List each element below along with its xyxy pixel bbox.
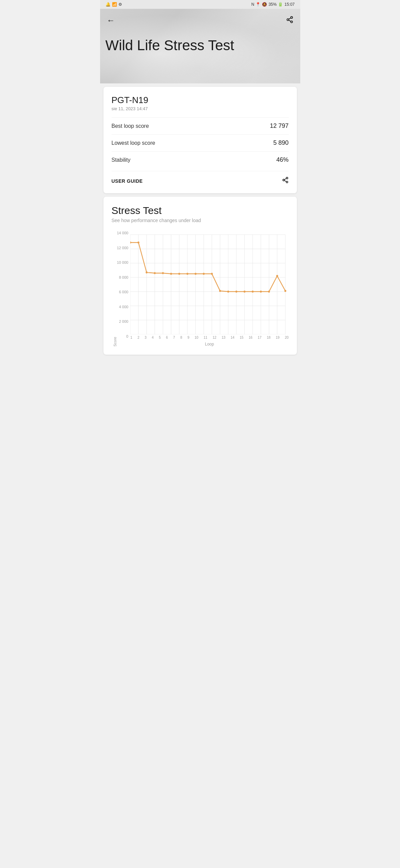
x-tick: 11	[204, 336, 207, 341]
svg-point-41	[154, 272, 156, 274]
y-axis-ticks: 02 0004 0006 0008 00010 00012 00014 000	[117, 231, 131, 347]
best-loop-row: Best loop score 12 797	[112, 117, 289, 134]
y-tick: 12 000	[117, 246, 129, 250]
x-tick: 4	[152, 336, 154, 341]
stress-test-card: Stress Test See how performance changes …	[103, 197, 297, 355]
header-share-button[interactable]	[285, 15, 295, 26]
page-title: Wild Life Stress Test	[106, 37, 295, 54]
y-tick: 4 000	[117, 305, 129, 309]
svg-point-39	[137, 241, 139, 243]
clock: 15:07	[284, 2, 294, 7]
x-tick: 17	[258, 336, 262, 341]
x-tick: 3	[145, 336, 147, 341]
svg-point-46	[195, 273, 197, 275]
user-guide-share-icon[interactable]	[282, 177, 289, 185]
lowest-loop-value: 5 890	[273, 139, 288, 146]
x-tick: 10	[194, 336, 198, 341]
x-tick: 7	[173, 336, 175, 341]
svg-line-8	[284, 180, 286, 181]
x-tick: 20	[285, 336, 288, 341]
x-tick: 18	[267, 336, 270, 341]
x-tick: 6	[166, 336, 168, 341]
svg-line-4	[288, 18, 290, 19]
svg-point-40	[146, 271, 148, 273]
status-left-icons: 🔔 📶 ⚙	[106, 2, 122, 7]
svg-point-42	[162, 272, 164, 274]
chart-line-svg	[130, 231, 288, 334]
svg-point-53	[252, 291, 254, 293]
device-date: sie 11, 2023 14:47	[112, 106, 289, 111]
x-tick: 19	[276, 336, 280, 341]
y-tick: 0	[117, 335, 129, 338]
y-axis-label: Score	[112, 231, 117, 347]
status-bar: 🔔 📶 ⚙ N 📍 🔕 35% 🔋 15:07	[100, 0, 300, 9]
nfc-icon: N	[251, 2, 254, 7]
stress-chart: Score 02 0004 0006 0008 00010 00012 0001…	[112, 231, 289, 347]
x-tick: 12	[213, 336, 216, 341]
silent-icon: 🔕	[262, 2, 267, 7]
location-icon: 📍	[255, 2, 261, 7]
svg-point-56	[276, 275, 278, 277]
y-tick: 14 000	[117, 231, 129, 235]
svg-point-55	[268, 291, 270, 293]
svg-point-50	[227, 291, 229, 293]
result-card: PGT-N19 sie 11, 2023 14:47 Best loop sco…	[103, 87, 297, 193]
svg-line-3	[288, 20, 290, 21]
user-guide-row[interactable]: USER GUIDE	[112, 171, 289, 185]
settings-icon: ⚙	[118, 2, 122, 7]
x-tick: 16	[249, 336, 252, 341]
svg-point-38	[130, 241, 131, 243]
header-nav: ←	[106, 14, 295, 26]
stability-label: Stability	[112, 157, 131, 163]
user-guide-label: USER GUIDE	[112, 178, 143, 184]
y-tick: 2 000	[117, 320, 129, 323]
stress-subtitle: See how performance changes under load	[112, 218, 289, 223]
y-tick: 8 000	[117, 276, 129, 279]
chart-svg-area	[130, 231, 288, 334]
x-tick: 1	[130, 336, 132, 341]
x-tick: 13	[222, 336, 225, 341]
svg-point-51	[235, 291, 237, 293]
x-axis-label: Loop	[130, 342, 288, 347]
svg-point-52	[244, 291, 246, 293]
x-axis-labels: 1234567891011121314151617181920	[130, 334, 288, 341]
y-tick: 10 000	[117, 261, 129, 264]
svg-point-45	[187, 273, 189, 275]
best-loop-label: Best loop score	[112, 123, 149, 129]
stability-row: Stability 46%	[112, 151, 289, 168]
x-tick: 14	[231, 336, 234, 341]
svg-point-54	[260, 291, 262, 293]
svg-point-48	[211, 273, 213, 275]
stress-title: Stress Test	[112, 205, 289, 216]
best-loop-value: 12 797	[270, 122, 288, 130]
svg-point-43	[170, 273, 172, 275]
svg-point-57	[284, 290, 286, 292]
status-right-icons: N 📍 🔕 35% 🔋 15:07	[251, 2, 295, 7]
svg-point-49	[219, 290, 221, 292]
battery-percent: 35%	[268, 2, 277, 7]
battery-icon: 🔋	[278, 2, 283, 7]
back-button[interactable]: ←	[106, 14, 116, 26]
x-tick: 2	[137, 336, 139, 341]
device-name: PGT-N19	[112, 95, 289, 105]
x-tick: 8	[180, 336, 182, 341]
x-tick: 15	[240, 336, 243, 341]
wifi-icon: 📶	[112, 2, 117, 7]
stability-value: 46%	[276, 156, 288, 163]
notification-icon: 🔔	[106, 2, 111, 7]
chart-area: 1234567891011121314151617181920 Loop	[130, 231, 288, 347]
svg-line-9	[284, 178, 286, 179]
svg-point-47	[203, 273, 205, 275]
x-tick: 5	[159, 336, 161, 341]
lowest-loop-label: Lowest loop score	[112, 140, 155, 146]
svg-point-44	[178, 273, 180, 275]
x-tick: 9	[187, 336, 189, 341]
y-tick: 6 000	[117, 290, 129, 294]
header-area: ← Wild Life Stress Test	[100, 9, 300, 83]
lowest-loop-row: Lowest loop score 5 890	[112, 134, 289, 151]
